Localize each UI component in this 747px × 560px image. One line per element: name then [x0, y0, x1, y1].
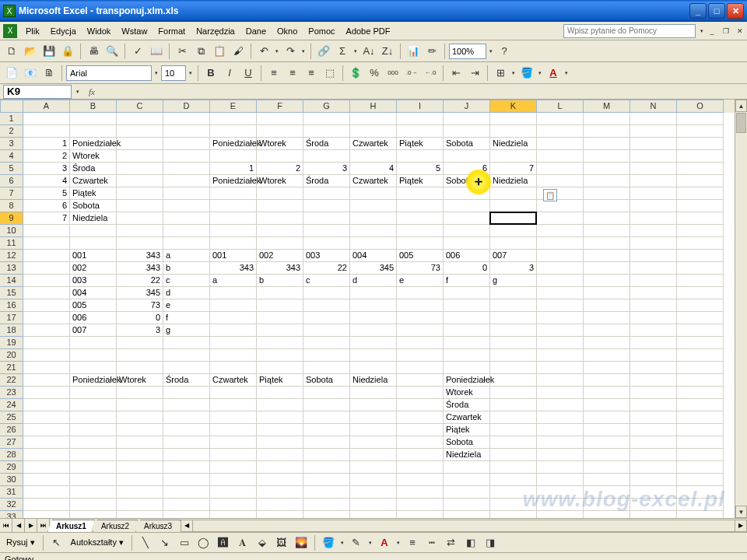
cell-K18[interactable]: [490, 324, 537, 337]
cell-B25[interactable]: [70, 411, 117, 424]
cell-I6[interactable]: Piątek: [397, 175, 444, 187]
menu-edycja[interactable]: Edycja: [45, 24, 82, 38]
cell-G29[interactable]: [303, 461, 350, 474]
cell-B1[interactable]: [70, 113, 117, 125]
row-header-11[interactable]: 11: [0, 237, 23, 250]
cell-D10[interactable]: [163, 225, 210, 237]
cell-G5[interactable]: 3: [303, 163, 350, 175]
cell-O26[interactable]: [677, 424, 724, 436]
cell-C14[interactable]: 22: [117, 275, 163, 287]
cell-K15[interactable]: [490, 287, 537, 299]
cell-N20[interactable]: [630, 349, 677, 362]
cell-J3[interactable]: Sobota: [444, 138, 490, 150]
cell-F20[interactable]: [257, 349, 303, 362]
cell-F3[interactable]: Wtorek: [257, 138, 303, 150]
cell-M30[interactable]: [584, 474, 630, 486]
cell-I28[interactable]: [397, 449, 444, 461]
cell-K9[interactable]: [490, 212, 537, 225]
cell-C22[interactable]: Wtorek: [117, 374, 163, 387]
cell-A10[interactable]: [23, 225, 70, 237]
menu-narzędzia[interactable]: Narzędzia: [191, 24, 240, 38]
font-color-shape-icon[interactable]: A: [376, 534, 393, 551]
cell-N9[interactable]: [630, 212, 677, 225]
cell-N28[interactable]: [630, 449, 677, 461]
cell-D11[interactable]: [163, 237, 210, 250]
align-right-icon[interactable]: ≡: [303, 65, 320, 82]
copy-icon[interactable]: ⧉: [192, 43, 209, 60]
italic-button[interactable]: I: [221, 65, 238, 82]
line-color-icon[interactable]: ✎: [348, 534, 365, 551]
cell-J29[interactable]: [444, 461, 490, 474]
cell-C30[interactable]: [117, 474, 163, 486]
cell-I5[interactable]: 5: [397, 163, 444, 175]
cell-L12[interactable]: [537, 250, 584, 262]
cell-F28[interactable]: [257, 449, 303, 461]
cell-C24[interactable]: [117, 399, 163, 411]
row-header-10[interactable]: 10: [0, 225, 23, 237]
underline-button[interactable]: U: [240, 65, 257, 82]
cell-G22[interactable]: Sobota: [303, 374, 350, 387]
cell-B23[interactable]: [70, 387, 117, 399]
oval-icon[interactable]: ◯: [195, 534, 212, 551]
cell-N24[interactable]: [630, 399, 677, 411]
fill-color-icon[interactable]: 🪣: [518, 65, 535, 82]
cell-E15[interactable]: [210, 287, 257, 299]
font-size-combo[interactable]: [161, 65, 186, 81]
cell-E33[interactable]: [210, 511, 257, 518]
cell-K19[interactable]: [490, 337, 537, 349]
cell-O28[interactable]: [677, 449, 724, 461]
cell-H4[interactable]: [350, 150, 397, 163]
pdf-convert-icon[interactable]: 📄: [3, 65, 20, 82]
cell-E26[interactable]: [210, 424, 257, 436]
cell-I9[interactable]: [397, 212, 444, 225]
cell-D18[interactable]: g: [163, 324, 210, 337]
cell-G30[interactable]: [303, 474, 350, 486]
cell-I8[interactable]: [397, 200, 444, 212]
cell-A15[interactable]: [23, 287, 70, 299]
spell-check-icon[interactable]: ✓: [129, 43, 146, 60]
cell-I33[interactable]: [397, 511, 444, 518]
cell-F23[interactable]: [257, 387, 303, 399]
row-header-24[interactable]: 24: [0, 399, 23, 411]
cell-F31[interactable]: [257, 486, 303, 499]
cell-L3[interactable]: [537, 138, 584, 150]
hscroll-right-icon[interactable]: ▶: [735, 520, 747, 532]
cell-L15[interactable]: [537, 287, 584, 299]
cell-M18[interactable]: [584, 324, 630, 337]
cell-F2[interactable]: [257, 125, 303, 138]
cell-C33[interactable]: [117, 511, 163, 518]
cell-G19[interactable]: [303, 337, 350, 349]
cell-M19[interactable]: [584, 337, 630, 349]
cell-E4[interactable]: [210, 150, 257, 163]
cell-E30[interactable]: [210, 474, 257, 486]
wordart-icon[interactable]: 𝐀: [234, 534, 251, 551]
cell-A6[interactable]: 4: [23, 175, 70, 187]
cell-C25[interactable]: [117, 411, 163, 424]
cell-I29[interactable]: [397, 461, 444, 474]
cell-C27[interactable]: [117, 436, 163, 449]
cell-E11[interactable]: [210, 237, 257, 250]
cell-K6[interactable]: Niedziela: [490, 175, 537, 187]
cell-O5[interactable]: [677, 163, 724, 175]
cell-N17[interactable]: [630, 312, 677, 324]
cell-M24[interactable]: [584, 399, 630, 411]
cell-C28[interactable]: [117, 449, 163, 461]
chart-wizard-icon[interactable]: 📊: [405, 43, 422, 60]
merge-center-icon[interactable]: ⬚: [321, 65, 338, 82]
cell-H1[interactable]: [350, 113, 397, 125]
cell-G27[interactable]: [303, 436, 350, 449]
cell-D33[interactable]: [163, 511, 210, 518]
cell-D3[interactable]: [163, 138, 210, 150]
pdf-email-icon[interactable]: 📧: [22, 65, 39, 82]
cell-M25[interactable]: [584, 411, 630, 424]
select-objects-icon[interactable]: ↖: [48, 534, 65, 551]
cell-A16[interactable]: [23, 299, 70, 312]
cell-D8[interactable]: [163, 200, 210, 212]
arrow-style-icon[interactable]: ⇄: [443, 534, 460, 551]
cell-D5[interactable]: [163, 163, 210, 175]
cell-J1[interactable]: [444, 113, 490, 125]
cell-D28[interactable]: [163, 449, 210, 461]
col-header-H[interactable]: H: [350, 100, 397, 113]
cell-N33[interactable]: [630, 511, 677, 518]
cell-L33[interactable]: [537, 511, 584, 518]
